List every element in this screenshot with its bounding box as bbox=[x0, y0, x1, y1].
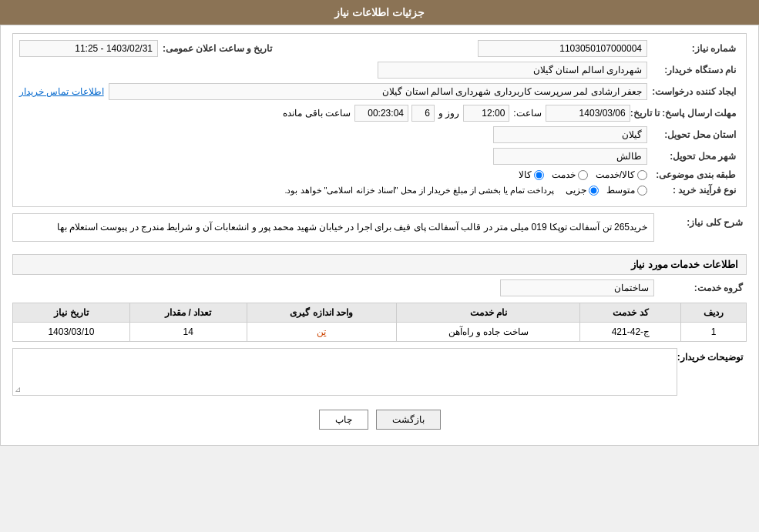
col-kod: کد خدمت bbox=[580, 303, 681, 323]
radio-kala: کالا bbox=[519, 169, 544, 180]
row-ijad-konanda: ایجاد کننده درخواست: جعفر ارشادی لمر سرپ… bbox=[19, 83, 740, 100]
radio-jozvi-input[interactable] bbox=[589, 186, 599, 196]
back-button[interactable]: بازگشت bbox=[376, 410, 441, 430]
row-ostan: استان محل تحویل: گیلان bbox=[19, 126, 740, 143]
notes-section: توضیحات خریدار: ⊿ bbox=[12, 348, 747, 396]
ostan-value: گیلان bbox=[493, 126, 647, 143]
nooe-label: نوع فرآیند خرید : bbox=[647, 185, 740, 196]
ijad-konanda-link[interactable]: اطلاعات تماس خریدار bbox=[19, 86, 104, 97]
services-section-title: اطلاعات خدمات مورد نیاز bbox=[12, 254, 747, 275]
radio-khedmat-label: خدمت bbox=[552, 169, 576, 180]
notes-box: ⊿ bbox=[12, 348, 677, 396]
cell-unit: تن bbox=[247, 323, 396, 342]
button-row: بازگشت چاپ bbox=[12, 402, 747, 437]
radio-khedmat: خدمت bbox=[552, 169, 588, 180]
group-row: گروه خدمت: ساختمان bbox=[12, 279, 747, 296]
radio-kala-khedmat-input[interactable] bbox=[637, 170, 647, 180]
ijad-konanda-value: جعفر ارشادی لمر سرپرست کاربرداری شهرداری… bbox=[109, 83, 647, 100]
services-table-container: ردیف کد خدمت نام خدمت واحد اندازه گیری ت… bbox=[12, 303, 747, 342]
radio-kala-input[interactable] bbox=[534, 170, 544, 180]
nooe-radio-group: متوسط جزیی bbox=[566, 185, 647, 196]
col-radif: ردیف bbox=[681, 303, 747, 323]
cell-kod: ج-42-421 bbox=[580, 323, 681, 342]
unit-link[interactable]: تن bbox=[317, 326, 326, 337]
mohlat-date: 1403/03/06 bbox=[546, 105, 630, 122]
tasnif-radio-group: کالا/خدمت خدمت کالا bbox=[519, 169, 647, 180]
tarikh-elan-value: 1403/02/31 - 11:25 bbox=[19, 40, 158, 57]
group-value: ساختمان bbox=[500, 279, 654, 296]
col-tedad: تعداد / مقدار bbox=[129, 303, 247, 323]
sharh-content: خرید265 تن آسفالت توپکا 019 میلی متر در … bbox=[12, 213, 654, 242]
ostan-label: استان محل تحویل: bbox=[647, 129, 740, 140]
services-table: ردیف کد خدمت نام خدمت واحد اندازه گیری ت… bbox=[12, 303, 747, 342]
radio-kala-khedmat: کالا/خدمت bbox=[596, 169, 647, 180]
radio-kala-khedmat-label: کالا/خدمت bbox=[596, 169, 635, 180]
shahr-label: شهر محل تحویل: bbox=[647, 151, 740, 162]
radio-jozvi: جزیی bbox=[566, 185, 599, 196]
notes-content bbox=[13, 349, 677, 395]
cell-name: ساخت جاده و راه‌آهن bbox=[397, 323, 580, 342]
ijad-konanda-label: ایجاد کننده درخواست: bbox=[647, 86, 740, 97]
mohlat-roz: 6 bbox=[411, 105, 435, 122]
mohlat-saat: 12:00 bbox=[463, 105, 509, 122]
radio-jozvi-label: جزیی bbox=[566, 185, 586, 196]
resize-icon: ⊿ bbox=[15, 385, 21, 393]
row-mohlat: مهلت ارسال پاسخ: تا تاریخ: 1403/03/06 سا… bbox=[19, 105, 740, 122]
nooe-notice: پرداخت تمام یا بخشی از مبلغ خریدار از مح… bbox=[284, 186, 554, 196]
shomara-niaz-value: 1103050107000004 bbox=[478, 40, 647, 57]
page-header: جزئیات اطلاعات نیاز bbox=[0, 0, 759, 25]
radio-motevasset-label: متوسط bbox=[606, 185, 635, 196]
row-tasnif: طبقه بندی موضوعی: کالا/خدمت خدمت کالا bbox=[19, 169, 740, 180]
cell-tedad: 14 bbox=[129, 323, 247, 342]
tarikh-elan-label: تاریخ و ساعت اعلان عمومی: bbox=[163, 43, 276, 54]
radio-motevasset-input[interactable] bbox=[637, 186, 647, 196]
page-title: جزئیات اطلاعات نیاز bbox=[334, 6, 425, 18]
radio-kala-label: کالا bbox=[519, 169, 532, 180]
col-tarikh: تاریخ نیاز bbox=[13, 303, 130, 323]
cell-tarikh: 1403/03/10 bbox=[13, 323, 130, 342]
cell-radif: 1 bbox=[681, 323, 747, 342]
nam-dastgah-label: نام دستگاه خریدار: bbox=[647, 65, 740, 75]
mohlat-baqi-label: ساعت باقی مانده bbox=[283, 108, 351, 119]
nam-dastgah-value: شهرداری اسالم استان گیلان bbox=[378, 62, 647, 79]
tasnif-label: طبقه بندی موضوعی: bbox=[647, 169, 740, 180]
mohlat-countdown: 00:23:04 bbox=[354, 105, 408, 122]
col-name: نام خدمت bbox=[397, 303, 580, 323]
row-shomara-tarikh: شماره نیاز: 1103050107000004 تاریخ و ساع… bbox=[19, 40, 740, 57]
table-row: 1 ج-42-421 ساخت جاده و راه‌آهن تن 14 140… bbox=[13, 323, 747, 342]
notes-label: توضیحات خریدار: bbox=[677, 348, 747, 363]
sharh-section: شرح کلی نیاز: خرید265 تن آسفالت توپکا 01… bbox=[12, 213, 747, 248]
sharh-label: شرح کلی نیاز: bbox=[654, 213, 747, 228]
radio-khedmat-input[interactable] bbox=[578, 170, 588, 180]
group-label: گروه خدمت: bbox=[654, 283, 747, 293]
print-button[interactable]: چاپ bbox=[319, 410, 368, 430]
row-nam-dastgah: نام دستگاه خریدار: شهرداری اسالم استان گ… bbox=[19, 62, 740, 79]
row-nooe-farayand: نوع فرآیند خرید : متوسط جزیی پرداخت تمام… bbox=[19, 185, 740, 196]
shahr-value: طالش bbox=[493, 148, 647, 165]
mohlat-label: مهلت ارسال پاسخ: تا تاریخ: bbox=[630, 108, 740, 119]
shomara-niaz-label: شماره نیاز: bbox=[647, 43, 740, 54]
col-unit: واحد اندازه گیری bbox=[247, 303, 396, 323]
radio-motevasset: متوسط bbox=[606, 185, 647, 196]
mohlat-roz-label: روز و bbox=[438, 108, 459, 119]
mohlat-saat-label: ساعت: bbox=[513, 108, 541, 119]
row-shahr: شهر محل تحویل: طالش bbox=[19, 148, 740, 165]
